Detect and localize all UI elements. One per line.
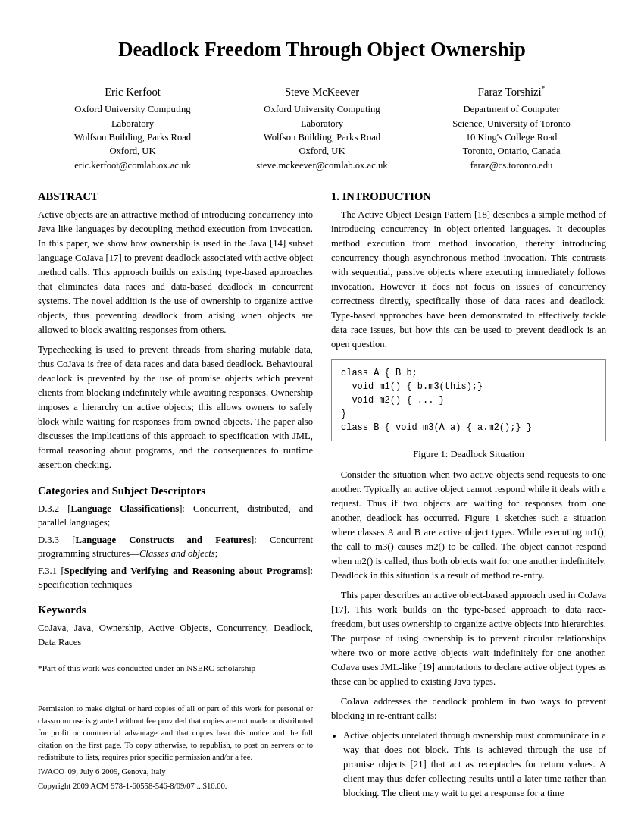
abstract-section: ABSTRACT Active objects are an attractiv… bbox=[38, 190, 313, 472]
authors-section: Eric Kerfoot Oxford University Computing… bbox=[38, 84, 606, 172]
cat-item-1: D.3.2 [Language Classifications]: Concur… bbox=[38, 502, 313, 530]
keywords-section: Keywords CoJava, Java, Ownership, Active… bbox=[38, 604, 313, 650]
footnote-1: Permission to make digital or hard copie… bbox=[38, 703, 313, 763]
code-line-3: void m2() { ... } bbox=[341, 393, 596, 407]
author-2: Steve McKeever Oxford University Computi… bbox=[227, 84, 417, 172]
footnote-3: Copyright 2009 ACM 978-1-60558-546-8/09/… bbox=[38, 780, 313, 792]
intro-para-4: CoJava addresses the deadlock problem in… bbox=[331, 694, 606, 723]
left-column: ABSTRACT Active objects are an attractiv… bbox=[38, 190, 313, 798]
keywords-heading: Keywords bbox=[38, 604, 313, 616]
bullet-item-1: Active objects unrelated through ownersh… bbox=[343, 729, 606, 801]
code-line-5: class B { void m3(A a) { a.m2();} } bbox=[341, 421, 596, 434]
author-1: Eric Kerfoot Oxford University Computing… bbox=[38, 84, 227, 172]
categories-heading: Categories and Subject Descriptors bbox=[38, 484, 313, 497]
abstract-heading: ABSTRACT bbox=[38, 190, 313, 203]
main-content: ABSTRACT Active objects are an attractiv… bbox=[38, 190, 606, 810]
introduction-section: 1. INTRODUCTION The Active Object Design… bbox=[331, 190, 606, 801]
abstract-para-1: Active objects are an attractive method … bbox=[38, 208, 313, 337]
footnote-2: IWACO '09, July 6 2009, Genova, Italy bbox=[38, 766, 313, 778]
keywords-text: CoJava, Java, Ownership, Active Objects,… bbox=[38, 621, 313, 650]
superscript-star: * bbox=[542, 85, 546, 92]
cat-item-3: F.3.1 [Specifying and Verifying and Reas… bbox=[38, 564, 313, 592]
code-line-4: } bbox=[341, 407, 596, 421]
footnotes: Permission to make digital or hard copie… bbox=[38, 698, 313, 792]
code-line-2: void m1() { b.m3(this);} bbox=[341, 380, 596, 393]
right-column: 1. INTRODUCTION The Active Object Design… bbox=[331, 190, 606, 810]
intro-para-1: The Active Object Design Pattern [18] de… bbox=[331, 208, 606, 352]
page-title: Deadlock Freedom Through Object Ownershi… bbox=[38, 38, 606, 61]
categories-section: Categories and Subject Descriptors D.3.2… bbox=[38, 484, 313, 591]
bullet-list: Active objects unrelated through ownersh… bbox=[343, 729, 606, 801]
cat-item-2: D.3.3 [Language Constructs and Features]… bbox=[38, 533, 313, 561]
author-3-name: Faraz Torshizi* bbox=[417, 84, 606, 100]
author-2-name: Steve McKeever bbox=[227, 84, 417, 100]
author-1-affiliation: Oxford University ComputingLaboratoryWol… bbox=[38, 102, 227, 172]
intro-para-3: This paper describes an active object-ba… bbox=[331, 588, 606, 689]
footnote-star: *Part of this work was conducted under a… bbox=[38, 662, 313, 675]
figure-caption: Figure 1: Deadlock Situation bbox=[331, 449, 606, 460]
intro-para-2: Consider the situation when two active o… bbox=[331, 468, 606, 583]
abstract-para-2: Typechecking is used to prevent threads … bbox=[38, 343, 313, 472]
code-figure: class A { B b; void m1() { b.m3(this);} … bbox=[331, 359, 606, 441]
author-2-affiliation: Oxford University ComputingLaboratoryWol… bbox=[227, 102, 417, 172]
author-3-affiliation: Department of ComputerScience, Universit… bbox=[417, 102, 606, 172]
author-1-name: Eric Kerfoot bbox=[38, 84, 227, 100]
code-line-1: class A { B b; bbox=[341, 366, 596, 380]
intro-heading: 1. INTRODUCTION bbox=[331, 190, 606, 203]
author-3: Faraz Torshizi* Department of ComputerSc… bbox=[417, 84, 606, 172]
